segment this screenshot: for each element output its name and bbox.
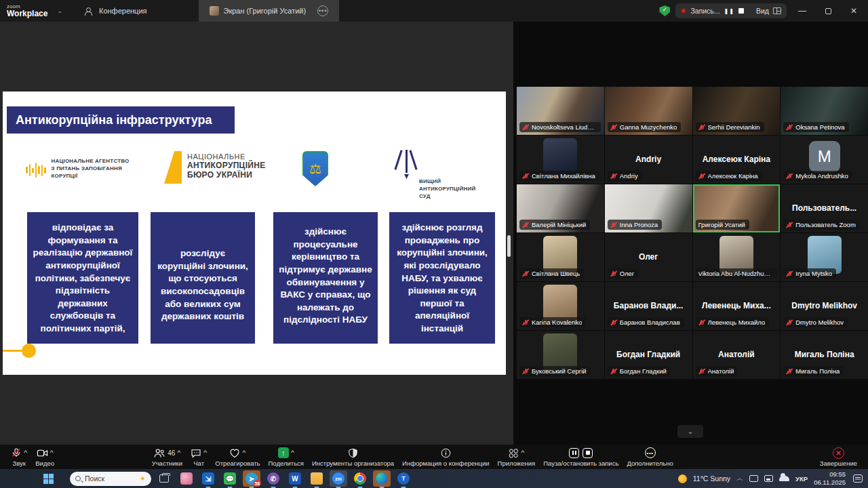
taskbar-search-input[interactable]: Поиск ✦ xyxy=(70,472,151,486)
wechat-icon[interactable]: 💬 xyxy=(221,470,239,487)
audio-chevron-icon[interactable]: ^ xyxy=(24,450,27,455)
participant-tile[interactable]: Олег Олег Олег xyxy=(605,233,692,281)
participant-name-label: Mykola Andrushko xyxy=(795,172,848,180)
participant-tile[interactable]: Григорій Усатий xyxy=(693,184,781,232)
share-button[interactable]: ↑ ^ Поделиться xyxy=(264,445,308,469)
task-view-button[interactable] xyxy=(159,474,169,483)
pause-icon[interactable] xyxy=(569,448,579,458)
participant-tile[interactable]: Karina Kovalenko xyxy=(517,282,604,330)
tray-device-icon[interactable] xyxy=(749,475,758,482)
participant-tile[interactable]: Пользователь... Пользователь... Пользова… xyxy=(781,184,868,232)
chat-chevron-icon[interactable]: ^ xyxy=(203,450,207,455)
video-button[interactable]: ^ Видео xyxy=(31,445,58,469)
participant-tile[interactable]: Inna Pronoza xyxy=(605,184,692,232)
apps-icon xyxy=(508,448,519,458)
scroll-more-participants-button[interactable]: ⌄ xyxy=(677,425,703,438)
participant-tile[interactable]: Валерій Мініцький xyxy=(517,184,604,232)
participant-tile[interactable]: Novoskoltseva Liudmyla xyxy=(517,87,604,135)
mic-muted-icon xyxy=(610,124,617,131)
participant-tile[interactable]: Мигаль Поліна Мигаль Поліна Мигаль Полін… xyxy=(781,331,868,379)
participant-tile[interactable]: Andriy Andriy Andriy xyxy=(605,136,692,184)
tray-time: 09:55 xyxy=(829,470,846,478)
audio-button[interactable]: ^ Звук xyxy=(7,445,31,469)
chevron-down-icon[interactable]: ⌄ xyxy=(57,7,62,14)
participant-nameplate: Світлана Швець xyxy=(519,268,584,279)
tab-shared-screen[interactable]: Экран (Григорій Усатий) ••• xyxy=(199,0,340,22)
anydesk-icon[interactable]: ⇲ xyxy=(199,470,217,487)
chat-button[interactable]: ^ Чат xyxy=(186,445,211,469)
host-tools-button[interactable]: Инструменты организатора xyxy=(308,445,398,469)
participant-tile[interactable]: Баранов Влади... Баранов Влади... Барано… xyxy=(605,282,692,330)
mic-muted-icon xyxy=(698,319,705,326)
meeting-info-button[interactable]: Информация о конференции xyxy=(398,445,494,469)
tray-network-icon[interactable] xyxy=(764,475,773,482)
meeting-info-label: Информация о конференции xyxy=(402,460,490,467)
apps-button[interactable]: ^ Приложения xyxy=(494,445,540,469)
participant-tile[interactable]: Алексеюк Каріна Алексеюк Каріна Алексеюк… xyxy=(693,136,781,184)
minimize-button[interactable]: — xyxy=(792,2,812,20)
tab-options-icon[interactable]: ••• xyxy=(317,5,328,16)
language-indicator[interactable]: УКР xyxy=(795,475,808,483)
more-button[interactable]: ••• Дополнительно xyxy=(623,445,677,469)
video-chevron-icon[interactable]: ^ xyxy=(50,450,54,455)
participant-grid: Novoskoltseva Liudmyla Ganna Muzychenko xyxy=(517,87,868,379)
participant-nameplate: Iryna Mytsko xyxy=(783,268,836,279)
pause-recording-icon[interactable]: ❚❚ xyxy=(724,8,734,14)
react-button[interactable]: ^ Отреагировать xyxy=(211,445,264,469)
meeting-main-area: Антикорупційна інфраструктура НАЦІОНАЛЬН… xyxy=(0,22,868,445)
telegram-icon[interactable]: ➤56 xyxy=(243,470,260,487)
participant-tile[interactable]: Viktoria Abu Al-Nudzhum Al-... xyxy=(693,233,781,281)
react-chevron-icon[interactable]: ^ xyxy=(242,450,245,455)
weather-label[interactable]: 11°C Sunny xyxy=(693,474,730,483)
sap-shield-icon: ⚖ xyxy=(302,151,328,186)
edge-icon[interactable] xyxy=(373,470,391,487)
participant-tile[interactable]: Світлана Михайлівна xyxy=(517,136,604,184)
tray-chevron-up-icon[interactable]: ︿ xyxy=(736,474,743,483)
close-button[interactable]: ✕ xyxy=(844,2,864,20)
apps-chevron-icon[interactable]: ^ xyxy=(521,450,524,455)
participant-tile[interactable]: Левенець Миха... Левенець Миха... Левене… xyxy=(693,282,781,330)
participant-tile[interactable]: Богдан Гладкий Богдан Гладкий Богдан Гла… xyxy=(605,331,692,379)
stop-icon[interactable] xyxy=(583,448,593,458)
viber-icon[interactable]: ✆ xyxy=(264,470,282,487)
weather-sun-icon[interactable] xyxy=(678,474,687,483)
copilot-sparkle-icon[interactable]: ✦ xyxy=(140,474,146,483)
mic-muted-icon xyxy=(698,368,705,375)
participant-tile[interactable]: Світлана Швець xyxy=(517,233,604,281)
participant-tile[interactable]: Oksana Petinova xyxy=(781,87,868,135)
onedrive-icon[interactable] xyxy=(779,476,789,481)
participant-tile[interactable]: Serhii Dereviankin xyxy=(693,87,781,135)
participant-tile[interactable]: Dmytro Melikhov Dmytro Melikhov Dmytro M… xyxy=(781,282,868,330)
info-icon xyxy=(441,448,451,458)
notification-center-icon[interactable] xyxy=(853,474,863,483)
clock[interactable]: 09:55 06.11.2025 xyxy=(814,470,846,487)
presentation-slide: Антикорупційна інфраструктура НАЦІОНАЛЬН… xyxy=(3,92,506,375)
file-explorer-icon[interactable] xyxy=(308,470,326,487)
participant-tile[interactable]: M M Mykola Andrushko xyxy=(781,136,868,184)
stop-recording-icon[interactable] xyxy=(738,8,744,14)
participant-name-label: Баранов Владислав xyxy=(620,319,680,326)
participant-tile[interactable]: Буковський Сергій xyxy=(517,331,604,379)
participant-nameplate: Mykola Andrushko xyxy=(783,171,852,181)
zoom-app-icon[interactable]: zm xyxy=(330,470,347,487)
tab-meeting[interactable]: Конференция xyxy=(75,0,157,22)
word-icon[interactable]: W xyxy=(286,470,304,487)
participant-tile[interactable]: Анатолій Анатолій Анатолій xyxy=(693,331,781,379)
share-chevron-icon[interactable]: ^ xyxy=(291,450,294,455)
mic-muted-icon xyxy=(786,124,793,131)
participant-tile[interactable]: Iryna Mytsko xyxy=(781,233,868,281)
pause-stop-recording-button[interactable]: Пауза/остановить запись xyxy=(539,445,623,469)
security-shield-icon[interactable] xyxy=(659,5,670,16)
pink-app-icon[interactable] xyxy=(178,470,195,487)
t-app-icon[interactable]: T xyxy=(395,470,412,487)
maximize-button[interactable] xyxy=(818,2,838,20)
view-layout-icon[interactable] xyxy=(773,7,781,14)
panel-resize-handle[interactable] xyxy=(507,235,511,257)
chrome-icon[interactable] xyxy=(351,470,369,487)
participants-chevron-icon[interactable]: ^ xyxy=(177,450,180,455)
end-meeting-button[interactable]: ✕ Завершение xyxy=(816,445,861,469)
participants-button[interactable]: 46 ^ Участники xyxy=(148,445,186,469)
start-button[interactable] xyxy=(43,474,54,484)
nazk-logo: НАЦІОНАЛЬНЕ АГЕНТСТВО З ПИТАНЬ ЗАПОБІГАН… xyxy=(26,154,129,184)
participant-tile[interactable]: Ganna Muzychenko xyxy=(605,87,692,135)
